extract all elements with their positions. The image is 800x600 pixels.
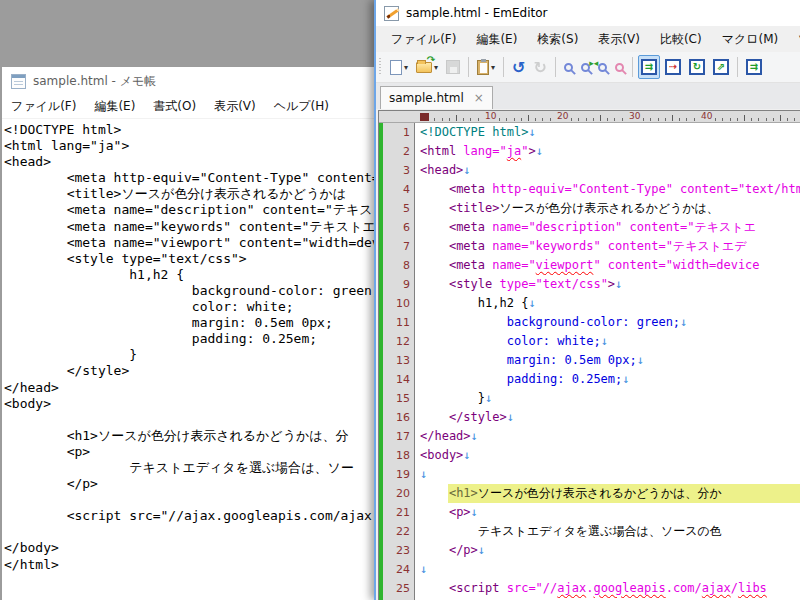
- wrap-by-window-button[interactable]: [743, 55, 765, 79]
- line-number-gutter[interactable]: 7: [379, 237, 415, 256]
- line-number-gutter[interactable]: 9: [379, 275, 415, 294]
- wrap-by-chars-button[interactable]: [662, 55, 684, 79]
- line-number-gutter[interactable]: 10: [379, 294, 415, 313]
- line-number-gutter[interactable]: 15: [379, 389, 415, 408]
- find-button[interactable]: [561, 55, 576, 79]
- wrap-none-button[interactable]: [686, 55, 708, 79]
- code-segment: ソースが色分け表示されるかどうかは、: [499, 201, 718, 215]
- code-line-text[interactable]: <meta name="description" content="テキストエ: [415, 218, 800, 237]
- new-file-icon: [390, 60, 402, 75]
- notepad-menu-format[interactable]: 書式(O): [144, 98, 205, 115]
- code-line-text[interactable]: color: white;↓: [415, 332, 800, 351]
- notepad-menu-view[interactable]: 表示(V): [205, 98, 265, 115]
- line-number-gutter[interactable]: 11: [379, 313, 415, 332]
- emeditor-menu-file[interactable]: ファイル(F): [381, 31, 466, 48]
- redo-button[interactable]: [530, 55, 549, 79]
- emeditor-menu-compare[interactable]: 比較(C): [650, 31, 712, 48]
- tab-sample-html[interactable]: sample.html ×: [380, 86, 493, 109]
- code-line-text[interactable]: テキストエディタを選ぶ場合は、ソースの色: [415, 522, 800, 541]
- line-number-gutter[interactable]: 22: [379, 522, 415, 541]
- line-number-gutter[interactable]: 25: [379, 579, 415, 598]
- line-number-gutter[interactable]: 8: [379, 256, 415, 275]
- code-area[interactable]: 1<!DOCTYPE html>↓2<html lang="ja">↓3<hea…: [379, 123, 800, 600]
- code-line: 2<html lang="ja">↓: [379, 142, 800, 161]
- code-segment: [420, 486, 449, 500]
- notepad-menu-edit[interactable]: 編集(E): [85, 98, 144, 115]
- line-number-gutter[interactable]: 12: [379, 332, 415, 351]
- linebreak-icon: ↓: [622, 372, 629, 386]
- code-line-text[interactable]: <p>↓: [415, 503, 800, 522]
- code-line-text[interactable]: }↓: [415, 389, 800, 408]
- code-segment: .com/: [666, 581, 702, 595]
- emeditor-menu-view[interactable]: 表示(V): [588, 31, 650, 48]
- code-line-text[interactable]: <body>↓: [415, 446, 800, 465]
- code-line-text[interactable]: </head>↓: [415, 427, 800, 446]
- new-file-button[interactable]: ▾: [387, 55, 411, 79]
- emeditor-title-bar[interactable]: sample.html - EmEditor: [376, 0, 800, 26]
- code-line-text[interactable]: <!DOCTYPE html>↓: [415, 123, 800, 142]
- change-tracking-bar: [379, 313, 383, 332]
- code-line-text[interactable]: <style type="text/css">↓: [415, 275, 800, 294]
- code-line-text[interactable]: <meta name="viewport" content="width=dev…: [415, 256, 800, 275]
- notepad-title-bar[interactable]: sample.html - メモ帳: [2, 67, 375, 95]
- emeditor-menu-tools[interactable]: ツール(T): [788, 31, 800, 48]
- wrap-none-icon: [689, 59, 705, 75]
- desktop: sample.html - メモ帳 ファイル(F)編集(E)書式(O)表示(V)…: [0, 0, 800, 600]
- code-line-text[interactable]: <meta http-equiv="Content-Type" content=…: [415, 180, 800, 199]
- emeditor-menu-edit[interactable]: 編集(E): [466, 31, 527, 48]
- code-line-text[interactable]: <html lang="ja">↓: [415, 142, 800, 161]
- line-number-gutter[interactable]: 6: [379, 218, 415, 237]
- line-number-gutter[interactable]: 20: [379, 484, 415, 503]
- code-line-text[interactable]: <meta name="keywords" content="テキストエデ: [415, 237, 800, 256]
- code-line-text[interactable]: </style>↓: [415, 408, 800, 427]
- line-number-gutter[interactable]: 24: [379, 560, 415, 579]
- find-next-button[interactable]: [578, 55, 593, 79]
- dropdown-caret-icon[interactable]: ▾: [491, 63, 495, 72]
- code-segment: h1,h2 {: [420, 296, 528, 310]
- notepad-text-area[interactable]: <!DOCTYPE html> <html lang="ja"> <head> …: [4, 120, 375, 600]
- code-line-text[interactable]: ↓: [415, 560, 800, 579]
- code-line: 11 background-color: green;↓: [379, 313, 800, 332]
- line-number-gutter[interactable]: 2: [379, 142, 415, 161]
- code-line-text[interactable]: <script src="//ajax.googleapis.com/ajax/…: [415, 579, 800, 598]
- open-file-button[interactable]: ▾: [413, 55, 441, 79]
- code-line-text[interactable]: margin: 0.5em 0px;↓: [415, 351, 800, 370]
- code-segment: テキストエディタを選ぶ場合は、ソースの色: [420, 524, 722, 538]
- line-number-gutter[interactable]: 14: [379, 370, 415, 389]
- code-line-text[interactable]: <h1>ソースが色分け表示されるかどうかは、分か: [415, 484, 800, 503]
- code-line-text[interactable]: </p>↓: [415, 541, 800, 560]
- notepad-menu-help[interactable]: ヘルプ(H): [265, 98, 338, 115]
- line-number-gutter[interactable]: 5: [379, 199, 415, 218]
- linebreak-icon: ↓: [680, 315, 687, 329]
- line-number-gutter[interactable]: 1: [379, 123, 415, 142]
- line-number-gutter[interactable]: 16: [379, 408, 415, 427]
- paste-button[interactable]: ▾: [474, 55, 498, 79]
- code-segment: [420, 372, 507, 386]
- tab-close-icon[interactable]: ×: [474, 91, 484, 105]
- dropdown-caret-icon[interactable]: ▾: [404, 63, 408, 72]
- replace-button[interactable]: [612, 55, 627, 79]
- emeditor-menu-macros[interactable]: マクロ(M): [712, 31, 789, 48]
- wrap-by-page-button[interactable]: [710, 55, 732, 79]
- line-number-gutter[interactable]: 4: [379, 180, 415, 199]
- code-line-text[interactable]: <head>↓: [415, 161, 800, 180]
- emeditor-menu-search[interactable]: 検索(S): [527, 31, 588, 48]
- line-number-gutter[interactable]: 13: [379, 351, 415, 370]
- line-number-gutter[interactable]: 23: [379, 541, 415, 560]
- wrap-by-window-button[interactable]: [638, 55, 660, 79]
- line-number-gutter[interactable]: 19: [379, 465, 415, 484]
- code-line-text[interactable]: ↓: [415, 465, 800, 484]
- line-number-gutter[interactable]: 21: [379, 503, 415, 522]
- code-line: 8 <meta name="viewport" content="width=d…: [379, 256, 800, 275]
- line-number-gutter[interactable]: 18: [379, 446, 415, 465]
- code-line-text[interactable]: padding: 0.25em;↓: [415, 370, 800, 389]
- find-previous-button[interactable]: [595, 55, 610, 79]
- undo-button[interactable]: [509, 55, 528, 79]
- code-line-text[interactable]: h1,h2 {↓: [415, 294, 800, 313]
- notepad-menu-file[interactable]: ファイル(F): [2, 98, 85, 115]
- code-line-text[interactable]: <title>ソースが色分け表示されるかどうかは、: [415, 199, 800, 218]
- line-number-gutter[interactable]: 17: [379, 427, 415, 446]
- line-number-gutter[interactable]: 3: [379, 161, 415, 180]
- save-button[interactable]: [443, 55, 463, 79]
- code-line-text[interactable]: background-color: green;↓: [415, 313, 800, 332]
